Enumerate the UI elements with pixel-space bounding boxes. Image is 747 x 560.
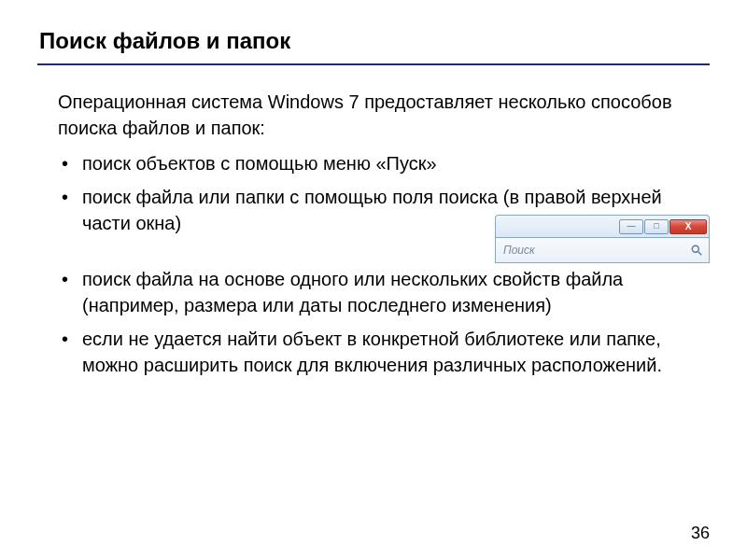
windows-search-embed: — □ X Поиск (495, 215, 710, 263)
window-titlebar: — □ X (495, 215, 710, 237)
intro-text: Операционная система Windows 7 предостав… (58, 89, 710, 141)
svg-line-1 (698, 252, 702, 256)
search-icon[interactable] (690, 244, 703, 257)
minimize-button[interactable]: — (619, 219, 643, 234)
list-item: если не удается найти объект в конкретно… (58, 326, 710, 378)
list-item: поиск файла на основе одного или несколь… (58, 266, 710, 318)
search-input[interactable]: Поиск (503, 244, 690, 257)
bullet-list-bottom: поиск файла на основе одного или несколь… (58, 266, 710, 378)
close-button[interactable]: X (669, 219, 707, 234)
title-underline (37, 63, 710, 65)
page-number: 36 (691, 524, 710, 543)
svg-point-0 (692, 245, 698, 252)
maximize-button[interactable]: □ (644, 219, 669, 234)
list-item: поиск объектов с помощью меню «Пуск» (58, 150, 710, 176)
slide-title: Поиск файлов и папок (37, 28, 710, 54)
search-bar: Поиск (495, 237, 710, 263)
